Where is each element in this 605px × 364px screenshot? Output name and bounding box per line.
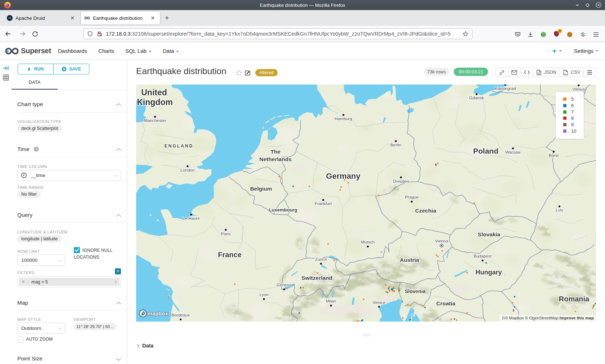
svg-text:Slovakia: Slovakia [478,231,501,237]
svg-text:Milan: Milan [326,299,336,304]
svg-text:Munich: Munich [361,240,375,245]
svg-text:Brest: Brest [549,153,559,158]
svg-text:Zurich: Zurich [315,257,327,262]
svg-text:Belgium: Belgium [250,186,272,192]
svg-text:Vienna: Vienna [435,238,448,244]
svg-text:Prague: Prague [405,195,418,200]
svg-text:Vilnius: Vilnius [573,87,585,92]
svg-text:London: London [180,168,194,173]
svg-text:Manchester: Manchester [144,118,166,123]
svg-text:Geneva: Geneva [277,282,292,287]
svg-text:Le Havre: Le Havre [183,216,200,221]
svg-text:Kaliningrad: Kaliningrad [494,86,516,91]
svg-text:Austria: Austria [400,257,419,263]
svg-text:France: France [218,251,242,259]
svg-text:x: x [564,72,565,74]
svg-text:Budapest: Budapest [474,254,492,259]
svg-text:Berlin: Berlin [390,142,401,147]
svg-text:Netherlands: Netherlands [259,156,292,162]
svg-text:Bordeaux: Bordeaux [171,313,190,318]
svg-text:Kingdom: Kingdom [137,97,173,107]
svg-text:Germany: Germany [326,172,360,181]
svg-text:Poland: Poland [473,147,498,155]
svg-text:Warsaw: Warsaw [505,150,521,155]
svg-text:mapbox: mapbox [148,311,168,317]
svg-text:ENGLAND: ENGLAND [165,144,193,149]
svg-text:United: United [141,88,167,97]
svg-text:Hamburg: Hamburg [335,116,352,121]
svg-text:Hungary: Hungary [475,269,502,276]
svg-text:Luxembourg: Luxembourg [269,207,297,213]
svg-text:Frankfurt: Frankfurt [315,201,332,206]
svg-text:Romania: Romania [559,295,590,303]
svg-text:Lyon: Lyon [259,292,268,297]
svg-text:Lviv: Lviv [556,208,563,213]
svg-text:Croatia: Croatia [436,300,456,306]
svg-text:Czechia: Czechia [415,208,436,214]
svg-text:Venice: Venice [373,300,386,305]
svg-text:Dresden: Dresden [393,179,409,184]
svg-text:Paris: Paris [221,231,230,236]
svg-text:The: The [270,149,281,155]
svg-text:Gdansk: Gdansk [469,95,484,100]
svg-text:Switzerland: Switzerland [301,275,332,281]
